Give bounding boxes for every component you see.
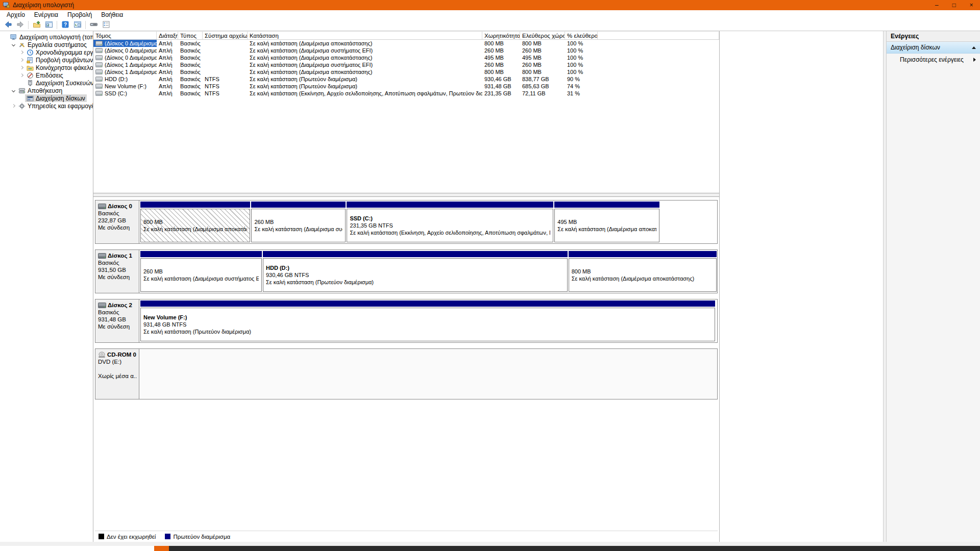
partition-box[interactable]: New Volume (F:)931,48 GB NTFSΣε καλή κατ… — [140, 308, 715, 341]
volume-row[interactable]: New Volume (F:)ΑπλήΒασικόςNTFSΣε καλή κα… — [93, 83, 719, 90]
column-header-7[interactable]: % ελεύθερο — [565, 32, 598, 39]
chevron-down-icon[interactable] — [12, 89, 15, 92]
partition-block[interactable]: 495 MBΣε καλή κατάσταση (Διαμέρισμα αποκ… — [554, 202, 659, 242]
minimize-button[interactable]: – — [928, 0, 945, 10]
toolbar-view-options-button[interactable] — [100, 20, 112, 31]
partition-box[interactable]: 800 MBΣε καλή κατάσταση (Διαμέρισμα αποκ… — [140, 209, 250, 242]
toolbar-help-button[interactable]: ? — [59, 20, 71, 31]
chevron-right-icon[interactable] — [20, 58, 23, 62]
expander-slot[interactable] — [18, 59, 25, 61]
expander-slot[interactable] — [18, 51, 25, 54]
legend-swatch-unallocated — [99, 534, 104, 539]
disk-type: Βασικός — [98, 309, 137, 316]
chevron-right-icon[interactable] — [20, 73, 23, 77]
partition-box[interactable]: 260 MBΣε καλή κατάσταση (Διαμέρισμα συστ… — [251, 209, 346, 242]
sidebar-item-services-and-applications[interactable]: Υπηρεσίες και εφαρμογές — [0, 102, 93, 110]
volume-row[interactable]: SSD (C:)ΑπλήΒασικόςNTFSΣε καλή κατάσταση… — [93, 90, 719, 97]
expander-slot[interactable] — [18, 66, 25, 69]
column-header-0[interactable]: Τόμος — [93, 32, 157, 39]
app-icon[interactable] — [3, 2, 10, 9]
partition-block[interactable]: SSD (C:)231,35 GB NTFSΣε καλή κατάσταση … — [347, 202, 553, 242]
more-actions-item[interactable]: Περισσότερες ενέργειες — [887, 54, 980, 65]
column-header-5[interactable]: Χωρητικότητα — [482, 32, 520, 39]
volume-cell-7: 31 % — [565, 90, 598, 97]
sidebar-item-disk-management[interactable]: Διαχείριση δίσκων — [0, 94, 93, 102]
sidebar-item-system-tools[interactable]: Εργαλεία συστήματος — [0, 41, 93, 48]
partition-block[interactable]: 800 MBΣε καλή κατάσταση (Διαμέρισμα αποκ… — [569, 251, 717, 292]
toolbar-action-pane-button[interactable] — [71, 20, 83, 31]
column-header-2[interactable]: Τύπος — [178, 32, 203, 39]
tools-icon — [18, 41, 26, 48]
partition-box[interactable]: SSD (C:)231,35 GB NTFSΣε καλή κατάσταση … — [347, 209, 553, 242]
menu-action[interactable]: Ενέργεια — [30, 10, 63, 19]
partition-block[interactable]: 260 MBΣε καλή κατάσταση (Διαμέρισμα συστ… — [251, 202, 346, 242]
disk-label-disk-1[interactable]: Δίσκος 1Βασικός931,50 GBΜε σύνδεση — [95, 250, 139, 293]
partition-block[interactable]: HDD (D:)930,46 GB NTFSΣε καλή κατάσταση … — [263, 251, 568, 292]
partition-box[interactable]: 495 MBΣε καλή κατάσταση (Διαμέρισμα αποκ… — [554, 209, 659, 242]
sidebar-item-shared-folders[interactable]: Κοινόχρηστοι φάκελοι — [0, 64, 93, 71]
partition-size: 260 MB — [254, 218, 342, 226]
column-header-1[interactable]: Διάταξη — [157, 32, 178, 39]
column-header-4[interactable]: Κατάσταση — [248, 32, 482, 39]
partition-box[interactable]: 800 MBΣε καλή κατάσταση (Διαμέρισμα αποκ… — [569, 258, 717, 292]
partition-color-band — [140, 202, 250, 208]
chevron-right-icon[interactable] — [20, 66, 23, 69]
expander-slot[interactable] — [10, 89, 17, 92]
volume-row[interactable]: (Δίσκος 1 Διαμέρισμα 4)ΑπλήΒασικόςΣε καλ… — [93, 68, 719, 76]
actions-group-disk-management[interactable]: Διαχείριση δίσκων — [887, 42, 980, 54]
menu-file[interactable]: Αρχείο — [2, 10, 30, 19]
column-header-3[interactable]: Σύστημα αρχείων — [203, 32, 248, 39]
pane-splitter[interactable] — [93, 193, 719, 197]
volume-row[interactable]: (Δίσκος 0 Διαμέρισμα 1)ΑπλήΒασικόςΣε καλ… — [93, 40, 719, 47]
titlebar[interactable]: Διαχείριση υπολογιστή –□× — [0, 0, 980, 10]
chevron-down-icon[interactable] — [12, 43, 15, 46]
chevron-right-icon[interactable] — [20, 51, 23, 54]
toolbar: ? — [0, 19, 980, 31]
toolbar-forward-button[interactable] — [14, 20, 26, 31]
sidebar-item-task-scheduler[interactable]: Χρονοδιάγραμμα εργασιών — [0, 48, 93, 56]
partition-area: New Volume (F:)931,48 GB NTFSΣε καλή κατ… — [139, 299, 717, 342]
partition-box[interactable]: HDD (D:)930,46 GB NTFSΣε καλή κατάσταση … — [263, 258, 568, 292]
taskbar-segment-accent[interactable] — [154, 546, 169, 551]
volume-row[interactable]: (Δίσκος 0 Διαμέρισμα 5)ΑπλήΒασικόςΣε καλ… — [93, 54, 719, 61]
menu-view[interactable]: Προβολή — [63, 10, 96, 19]
volume-row[interactable]: (Δίσκος 1 Διαμέρισμα 1)ΑπλήΒασικόςΣε καλ… — [93, 61, 719, 68]
sidebar-item-storage[interactable]: Αποθήκευση — [0, 87, 93, 94]
volume-row[interactable]: HDD (D:)ΑπλήΒασικόςNTFSΣε καλή κατάσταση… — [93, 76, 719, 83]
volume-cell-7: 100 % — [565, 47, 598, 54]
sidebar-item-device-manager[interactable]: Διαχείριση Συσκευών — [0, 79, 93, 87]
toolbar-up-level-button[interactable] — [31, 20, 42, 31]
cdrom-label[interactable]: CD-ROM 0 DVD (E:) Χωρίς μέσα α... — [95, 349, 139, 399]
volume-cell-1: Απλή — [157, 68, 178, 76]
actions-pane-divider[interactable] — [883, 31, 887, 542]
disk-status: Με σύνδεση — [98, 224, 137, 231]
tree-item-label: Προβολή συμβάντων — [36, 57, 93, 64]
toolbar-console-tree-button[interactable] — [43, 20, 55, 31]
column-header-6[interactable]: Ελεύθερος χώρος — [520, 32, 565, 39]
disk-label-disk-0[interactable]: Δίσκος 0Βασικός232,87 GBΜε σύνδεση — [95, 201, 139, 243]
menu-help[interactable]: Βοήθεια — [96, 10, 128, 19]
partition-block[interactable]: 260 MBΣε καλή κατάσταση (Διαμέρισμα συστ… — [140, 251, 262, 292]
close-button[interactable]: × — [963, 0, 980, 10]
maximize-button[interactable]: □ — [945, 0, 963, 10]
sidebar-item-computer-management-root[interactable]: Διαχείριση υπολογιστή (τοπικό) — [0, 33, 93, 41]
toolbar-back-button[interactable] — [2, 20, 14, 31]
expander-slot[interactable] — [10, 105, 17, 107]
expander-slot[interactable] — [10, 43, 17, 46]
sidebar-item-performance[interactable]: Επιδόσεις — [0, 71, 93, 79]
volume-row[interactable]: (Δίσκος 0 Διαμέρισμα 2)ΑπλήΒασικόςΣε καλ… — [93, 47, 719, 54]
partition-block[interactable]: New Volume (F:)931,48 GB NTFSΣε καλή κατ… — [140, 300, 715, 341]
partition-box[interactable]: 260 MBΣε καλή κατάσταση (Διαμέρισμα συστ… — [140, 258, 262, 292]
partition-block[interactable]: 800 MBΣε καλή κατάσταση (Διαμέρισμα αποκ… — [140, 202, 250, 242]
tree-item-label: Εργαλεία συστήματος — [28, 41, 87, 48]
collapse-icon[interactable] — [972, 46, 976, 49]
expander-slot[interactable] — [18, 74, 25, 77]
device-icon — [27, 80, 34, 87]
sidebar-item-event-viewer[interactable]: Προβολή συμβάντων — [0, 56, 93, 64]
chevron-right-icon[interactable] — [12, 104, 15, 108]
tree-item-label: Υπηρεσίες και εφαρμογές — [28, 103, 93, 110]
tree-item-body: Υπηρεσίες και εφαρμογές — [17, 102, 93, 110]
toolbar-disk-device-button[interactable] — [88, 20, 100, 31]
disk-label-disk-2[interactable]: Δίσκος 2Βασικός931,48 GBΜε σύνδεση — [95, 299, 139, 342]
volume-cell-6: 260 MB — [520, 47, 565, 54]
